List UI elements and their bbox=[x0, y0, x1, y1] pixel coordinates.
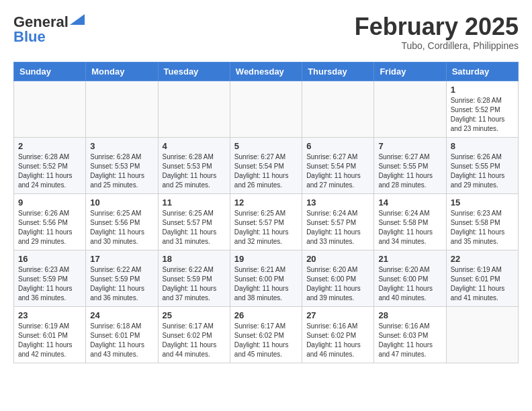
day-info: Sunrise: 6:18 AM Sunset: 6:01 PM Dayligh… bbox=[90, 322, 153, 359]
day-number: 12 bbox=[234, 197, 298, 208]
svg-marker-0 bbox=[70, 14, 85, 25]
calendar-cell: 24Sunrise: 6:18 AM Sunset: 6:01 PM Dayli… bbox=[86, 306, 158, 363]
day-number: 17 bbox=[90, 254, 153, 264]
calendar-cell: 11Sunrise: 6:25 AM Sunset: 5:57 PM Dayli… bbox=[158, 193, 230, 250]
calendar-cell: 28Sunrise: 6:16 AM Sunset: 6:03 PM Dayli… bbox=[374, 306, 446, 363]
day-info: Sunrise: 6:16 AM Sunset: 6:03 PM Dayligh… bbox=[378, 322, 441, 359]
calendar-cell: 4Sunrise: 6:28 AM Sunset: 5:53 PM Daylig… bbox=[158, 137, 230, 193]
day-info: Sunrise: 6:16 AM Sunset: 6:02 PM Dayligh… bbox=[306, 322, 369, 359]
day-number: 19 bbox=[234, 254, 298, 264]
day-number: 18 bbox=[163, 254, 226, 264]
day-number: 11 bbox=[163, 197, 226, 208]
day-info: Sunrise: 6:27 AM Sunset: 5:55 PM Dayligh… bbox=[378, 152, 441, 190]
day-info: Sunrise: 6:23 AM Sunset: 5:59 PM Dayligh… bbox=[18, 265, 81, 303]
day-number: 25 bbox=[163, 310, 226, 320]
day-header-tuesday: Tuesday bbox=[158, 62, 230, 81]
calendar-cell: 18Sunrise: 6:22 AM Sunset: 5:59 PM Dayli… bbox=[158, 250, 230, 306]
day-info: Sunrise: 6:28 AM Sunset: 5:53 PM Dayligh… bbox=[163, 152, 226, 190]
day-number: 13 bbox=[306, 197, 369, 208]
day-number: 10 bbox=[90, 197, 153, 208]
calendar-week-row: 1Sunrise: 6:28 AM Sunset: 5:52 PM Daylig… bbox=[14, 81, 519, 137]
calendar-cell bbox=[446, 306, 518, 363]
day-header-monday: Monday bbox=[86, 62, 158, 81]
day-info: Sunrise: 6:26 AM Sunset: 5:55 PM Dayligh… bbox=[451, 152, 514, 190]
calendar-cell: 19Sunrise: 6:21 AM Sunset: 6:00 PM Dayli… bbox=[230, 250, 302, 306]
calendar-header-row: SundayMondayTuesdayWednesdayThursdayFrid… bbox=[14, 62, 519, 81]
day-number: 27 bbox=[306, 310, 369, 320]
calendar-week-row: 16Sunrise: 6:23 AM Sunset: 5:59 PM Dayli… bbox=[14, 250, 519, 306]
calendar-week-row: 9Sunrise: 6:26 AM Sunset: 5:56 PM Daylig… bbox=[14, 193, 519, 250]
day-info: Sunrise: 6:23 AM Sunset: 5:58 PM Dayligh… bbox=[451, 209, 514, 246]
day-number: 5 bbox=[234, 141, 298, 151]
day-info: Sunrise: 6:25 AM Sunset: 5:57 PM Dayligh… bbox=[234, 209, 298, 246]
calendar-cell: 13Sunrise: 6:24 AM Sunset: 5:57 PM Dayli… bbox=[302, 193, 374, 250]
day-number: 20 bbox=[306, 254, 369, 264]
day-info: Sunrise: 6:19 AM Sunset: 6:01 PM Dayligh… bbox=[451, 265, 514, 303]
day-info: Sunrise: 6:22 AM Sunset: 5:59 PM Dayligh… bbox=[90, 265, 153, 303]
calendar-cell: 5Sunrise: 6:27 AM Sunset: 5:54 PM Daylig… bbox=[230, 137, 302, 193]
calendar-cell: 16Sunrise: 6:23 AM Sunset: 5:59 PM Dayli… bbox=[14, 250, 86, 306]
day-info: Sunrise: 6:28 AM Sunset: 5:52 PM Dayligh… bbox=[18, 152, 81, 190]
logo: General Blue bbox=[13, 13, 85, 46]
calendar-cell: 17Sunrise: 6:22 AM Sunset: 5:59 PM Dayli… bbox=[86, 250, 158, 306]
day-number: 6 bbox=[306, 141, 369, 151]
location-subtitle: Tubo, Cordillera, Philippines bbox=[355, 40, 519, 51]
day-number: 2 bbox=[18, 141, 81, 151]
calendar-cell bbox=[374, 81, 446, 137]
day-info: Sunrise: 6:28 AM Sunset: 5:52 PM Dayligh… bbox=[451, 96, 514, 134]
calendar-cell: 20Sunrise: 6:20 AM Sunset: 6:00 PM Dayli… bbox=[302, 250, 374, 306]
calendar-cell bbox=[302, 81, 374, 137]
day-number: 21 bbox=[378, 254, 441, 264]
day-header-sunday: Sunday bbox=[14, 62, 86, 81]
logo-icon bbox=[70, 14, 85, 25]
day-info: Sunrise: 6:25 AM Sunset: 5:57 PM Dayligh… bbox=[163, 209, 226, 246]
calendar-week-row: 2Sunrise: 6:28 AM Sunset: 5:52 PM Daylig… bbox=[14, 137, 519, 193]
day-info: Sunrise: 6:27 AM Sunset: 5:54 PM Dayligh… bbox=[234, 152, 298, 190]
title-block: February 2025 Tubo, Cordillera, Philippi… bbox=[355, 13, 519, 51]
day-number: 4 bbox=[163, 141, 226, 151]
day-info: Sunrise: 6:28 AM Sunset: 5:53 PM Dayligh… bbox=[90, 152, 153, 190]
day-number: 24 bbox=[90, 310, 153, 320]
day-number: 9 bbox=[18, 197, 81, 208]
month-title: February 2025 bbox=[355, 13, 519, 40]
calendar-cell bbox=[230, 81, 302, 137]
day-info: Sunrise: 6:22 AM Sunset: 5:59 PM Dayligh… bbox=[163, 265, 226, 303]
calendar-cell: 8Sunrise: 6:26 AM Sunset: 5:55 PM Daylig… bbox=[446, 137, 518, 193]
calendar-table: SundayMondayTuesdayWednesdayThursdayFrid… bbox=[13, 62, 519, 363]
calendar-cell: 3Sunrise: 6:28 AM Sunset: 5:53 PM Daylig… bbox=[86, 137, 158, 193]
day-info: Sunrise: 6:21 AM Sunset: 6:00 PM Dayligh… bbox=[234, 265, 298, 303]
day-number: 15 bbox=[451, 197, 514, 208]
day-header-thursday: Thursday bbox=[302, 62, 374, 81]
day-info: Sunrise: 6:24 AM Sunset: 5:58 PM Dayligh… bbox=[378, 209, 441, 246]
day-info: Sunrise: 6:17 AM Sunset: 6:02 PM Dayligh… bbox=[163, 322, 226, 359]
calendar-cell: 22Sunrise: 6:19 AM Sunset: 6:01 PM Dayli… bbox=[446, 250, 518, 306]
calendar-cell: 10Sunrise: 6:25 AM Sunset: 5:56 PM Dayli… bbox=[86, 193, 158, 250]
day-info: Sunrise: 6:24 AM Sunset: 5:57 PM Dayligh… bbox=[306, 209, 369, 246]
calendar-cell: 7Sunrise: 6:27 AM Sunset: 5:55 PM Daylig… bbox=[374, 137, 446, 193]
day-header-wednesday: Wednesday bbox=[230, 62, 302, 81]
day-number: 16 bbox=[18, 254, 81, 264]
day-info: Sunrise: 6:17 AM Sunset: 6:02 PM Dayligh… bbox=[234, 322, 298, 359]
day-number: 1 bbox=[451, 85, 514, 95]
calendar-cell: 27Sunrise: 6:16 AM Sunset: 6:02 PM Dayli… bbox=[302, 306, 374, 363]
calendar-cell bbox=[86, 81, 158, 137]
calendar-cell: 25Sunrise: 6:17 AM Sunset: 6:02 PM Dayli… bbox=[158, 306, 230, 363]
day-number: 7 bbox=[378, 141, 441, 151]
calendar-cell bbox=[158, 81, 230, 137]
day-header-friday: Friday bbox=[374, 62, 446, 81]
day-number: 22 bbox=[451, 254, 514, 264]
day-number: 14 bbox=[378, 197, 441, 208]
day-header-saturday: Saturday bbox=[446, 62, 518, 81]
calendar-cell: 15Sunrise: 6:23 AM Sunset: 5:58 PM Dayli… bbox=[446, 193, 518, 250]
calendar-cell: 26Sunrise: 6:17 AM Sunset: 6:02 PM Dayli… bbox=[230, 306, 302, 363]
day-number: 8 bbox=[451, 141, 514, 151]
day-info: Sunrise: 6:20 AM Sunset: 6:00 PM Dayligh… bbox=[306, 265, 369, 303]
day-info: Sunrise: 6:26 AM Sunset: 5:56 PM Dayligh… bbox=[18, 209, 81, 246]
calendar-cell: 12Sunrise: 6:25 AM Sunset: 5:57 PM Dayli… bbox=[230, 193, 302, 250]
calendar-cell: 23Sunrise: 6:19 AM Sunset: 6:01 PM Dayli… bbox=[14, 306, 86, 363]
day-number: 28 bbox=[378, 310, 441, 320]
calendar-cell: 6Sunrise: 6:27 AM Sunset: 5:54 PM Daylig… bbox=[302, 137, 374, 193]
day-info: Sunrise: 6:27 AM Sunset: 5:54 PM Dayligh… bbox=[306, 152, 369, 190]
calendar-cell: 1Sunrise: 6:28 AM Sunset: 5:52 PM Daylig… bbox=[446, 81, 518, 137]
calendar-week-row: 23Sunrise: 6:19 AM Sunset: 6:01 PM Dayli… bbox=[14, 306, 519, 363]
